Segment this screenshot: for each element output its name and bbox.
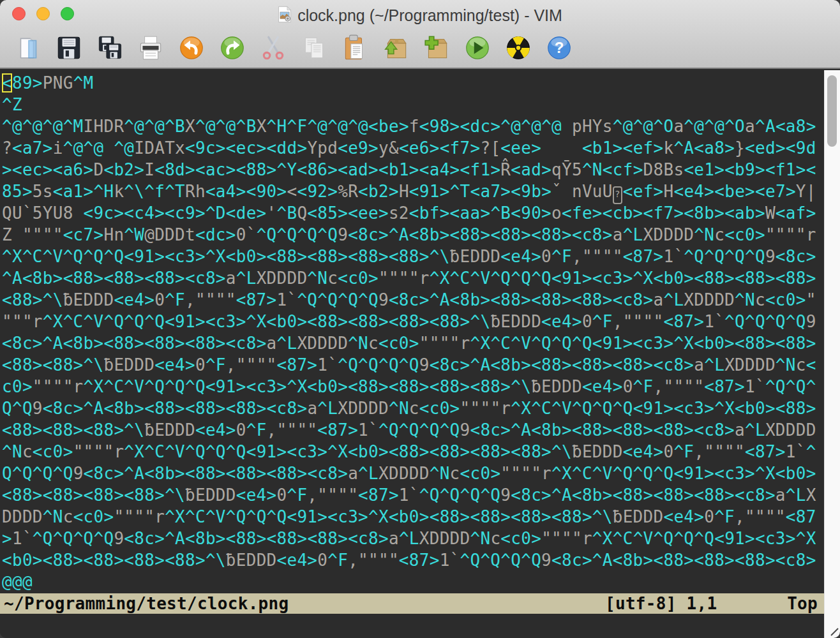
- vim-window: clock.png (~/Programming/test) - VIM: [0, 0, 840, 638]
- run-script-icon: [463, 33, 492, 63]
- print-button[interactable]: [130, 30, 171, 66]
- editor-line: <8c>^A<8b><88><88><88><c8>a^LXDDDD^Nc<c0…: [2, 332, 824, 354]
- editor-line: <88>^\ƀEDDD<e4>0^F,""""<87>1`^Q^Q^Q^Q9<8…: [2, 289, 824, 311]
- title-group: clock.png (~/Programming/test) - VIM: [278, 3, 562, 26]
- editor-line: <88><88>^\ƀEDDD<e4>0^F,""""<87>1`^Q^Q^Q^…: [2, 354, 824, 376]
- close-button[interactable]: [12, 7, 26, 20]
- zoom-button[interactable]: [61, 7, 74, 20]
- load-session-button[interactable]: [375, 30, 416, 66]
- redo-button[interactable]: [212, 30, 253, 66]
- cut-icon: [259, 33, 288, 63]
- editor-line: 85>5s<a1>^Hk^\^f^TRh<a4><90><<92>%R<b2>H…: [2, 181, 824, 202]
- copy-icon: [299, 33, 329, 63]
- titlebar: clock.png (~/Programming/test) - VIM: [0, 0, 840, 28]
- run-script-button[interactable]: [457, 30, 498, 66]
- editor-column: <89>PNG^M^Z^@^@^@^MIHDR^@^@^BX^@^@^BX^H^…: [0, 70, 824, 638]
- save-file-icon: [54, 33, 84, 63]
- save-all-button[interactable]: [89, 30, 130, 66]
- editor-line: >1`^Q^Q^Q^Q9<8c>^A<8b><88><88><88><c8>a^…: [2, 528, 824, 549]
- editor-line: <88><88><88><88>^\ƀEDDD<e4>0^F,""""<87>1…: [2, 484, 824, 506]
- toolbar: ?: [0, 28, 840, 68]
- save-all-icon: [95, 33, 124, 63]
- paste-icon: [340, 33, 370, 63]
- editor-line: ^X^C^V^Q^Q^Q<91><c3>^X<b0><88><88><88><8…: [2, 246, 824, 267]
- editor-line: DDDD^Nc<c0>""""r^X^C^V^Q^Q^Q<91><c3>^X<b…: [2, 506, 824, 528]
- window-title: clock.png (~/Programming/test) - VIM: [297, 6, 562, 25]
- editor-line: Q^Q9<8c>^A<8b><88><88><88><c8>a^LXDDDD^N…: [2, 397, 824, 419]
- png-document-icon: [278, 6, 292, 26]
- status-scroll-position: Top: [787, 593, 818, 614]
- status-file-path: ~/Programming/test/clock.png: [4, 593, 289, 614]
- editor-line: @@@: [2, 571, 824, 593]
- vim-command-line[interactable]: [0, 614, 824, 638]
- load-session-icon: [381, 33, 410, 63]
- editor-line: <89>PNG^M: [2, 72, 824, 94]
- resize-grip-icon[interactable]: [829, 627, 839, 637]
- vim-statusline: ~/Programming/test/clock.png [utf-8] 1,1…: [0, 593, 824, 614]
- copy-button[interactable]: [294, 30, 334, 66]
- editor-line: <b0><88><88><88><88>^\ƀEDDD<e4>0^F,""""<…: [2, 549, 824, 571]
- editor-line: QU`5YU8 <9c><c4><c9>^D<de>'^BQ<85><ee>s2…: [2, 202, 824, 224]
- status-encoding-position: [utf-8] 1,1: [605, 593, 717, 614]
- print-icon: [136, 33, 165, 63]
- undo-button[interactable]: [171, 30, 212, 66]
- editor-line: <88><88><88>^\ƀEDDD<e4>0^F,""""<87>1`^Q^…: [2, 419, 824, 441]
- cut-button[interactable]: [253, 30, 294, 66]
- editor-text-area[interactable]: <89>PNG^M^Z^@^@^@^MIHDR^@^@^BX^@^@^BX^H^…: [0, 70, 824, 593]
- open-file-icon: [13, 33, 43, 63]
- scrollbar-track[interactable]: [824, 70, 840, 638]
- build-button[interactable]: [498, 30, 539, 66]
- editor-line: ?<a7>i^@^@ ^@IDATx<9c><ec><dd>Ypd<e9>y&<…: [2, 137, 824, 159]
- open-file-button[interactable]: [8, 30, 49, 66]
- build-radiation-icon: [504, 33, 533, 63]
- save-session-icon: [422, 33, 451, 63]
- help-button[interactable]: ?: [539, 30, 580, 66]
- window-content: <89>PNG^M^Z^@^@^@^MIHDR^@^@^BX^@^@^BX^H^…: [0, 70, 840, 638]
- redo-icon: [218, 33, 247, 63]
- editor-line: c0>""""r^X^C^V^Q^Q^Q<91><c3>^X<b0><88><8…: [2, 376, 824, 397]
- editor-line: """r^X^C^V^Q^Q^Q<91><c3>^X<b0><88><88><8…: [2, 311, 824, 332]
- help-icon: ?: [544, 33, 574, 63]
- editor-line: ^@^@^@^MIHDR^@^@^BX^@^@^BX^H^F^@^@^@<be>…: [2, 115, 824, 137]
- window-chrome: clock.png (~/Programming/test) - VIM: [0, 0, 840, 69]
- undo-icon: [177, 33, 206, 63]
- minimize-button[interactable]: [36, 7, 50, 20]
- editor-line: Q^Q^Q^Q9<8c>^A<8b><88><88><88><c8>a^LXDD…: [2, 463, 824, 484]
- save-file-button[interactable]: [49, 30, 89, 66]
- scrollbar-thumb[interactable]: [827, 75, 837, 147]
- svg-text:?: ?: [555, 39, 564, 56]
- paste-button[interactable]: [334, 30, 375, 66]
- editor-line: ><ec><a6>D<b2>I<8d><ac><88>^Y<86><ad><b1…: [2, 159, 824, 181]
- window-controls: [12, 7, 74, 20]
- editor-line: ^Z: [2, 94, 824, 115]
- editor-line: ^A<8b><88><88><88><c8>a^LXDDDD^Nc<c0>"""…: [2, 267, 824, 289]
- editor-line: Z """"<c7>Hn^W@DDDt<dc>0`^Q^Q^Q^Q9<8c>^A…: [2, 224, 824, 246]
- editor-line: ^Nc<c0>""""r^X^C^V^Q^Q^Q<91><c3>^X<b0><8…: [2, 441, 824, 463]
- save-session-button[interactable]: [416, 30, 457, 66]
